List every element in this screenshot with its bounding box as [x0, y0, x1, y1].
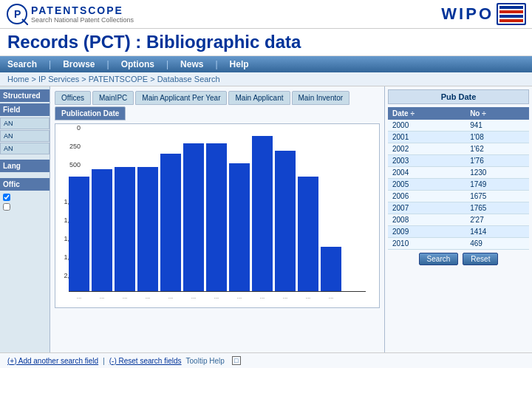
table-row[interactable]: 20051749: [388, 179, 529, 191]
table-cell-date-9: 2009: [388, 226, 466, 238]
nav-sep-1: |: [49, 59, 51, 69]
table-cell-date-6: 2006: [388, 191, 466, 202]
chart-bar-1[interactable]: [92, 169, 112, 291]
table-cell-no-0: 941: [466, 120, 529, 132]
nav-news[interactable]: News: [180, 59, 203, 69]
wipo-emblem: [497, 3, 526, 25]
svg-rect-5: [499, 6, 523, 9]
table-row[interactable]: 20061675: [388, 191, 529, 202]
add-search-field-link[interactable]: (+) Add another search field: [7, 357, 98, 365]
header: P PATENTSCOPE Search National Patent Col…: [0, 0, 532, 29]
nav-options[interactable]: Options: [121, 59, 154, 69]
main-content: Structured Field AN AN AN Lang Offic Off…: [0, 86, 532, 352]
search-national-text: Search National Patent Collections: [31, 16, 134, 24]
tab-offices[interactable]: Offices: [55, 91, 91, 105]
tooltip-checkbox[interactable]: □: [232, 356, 241, 365]
chart-x-label-8: ...: [252, 293, 273, 300]
center-panel: Offices MainIPC Main Applicant Per Year …: [50, 86, 384, 352]
chart-bar-11[interactable]: [321, 247, 341, 291]
chart-x-label-7: ...: [229, 293, 250, 300]
chart-bar-8[interactable]: [252, 136, 273, 291]
col-date: Date ÷: [388, 107, 466, 120]
chart-x-label-3: ...: [137, 293, 158, 300]
checkbox-1[interactable]: [3, 194, 47, 201]
chart-bar-4[interactable]: [160, 154, 181, 291]
tab-main-inventor[interactable]: Main Inventor: [292, 91, 350, 105]
table-row[interactable]: 20011'08: [388, 132, 529, 143]
tabs-bar: Offices MainIPC Main Applicant Per Year …: [55, 91, 380, 120]
sidebar-field[interactable]: Field: [0, 103, 50, 116]
chart-bar-3[interactable]: [137, 167, 158, 291]
chart-x-axis: ....................................: [61, 292, 373, 301]
chart-bar-7[interactable]: [229, 163, 250, 291]
logo-area: P PATENTSCOPE Search National Patent Col…: [6, 3, 134, 25]
table-cell-no-2: 1'62: [466, 143, 529, 155]
svg-rect-8: [499, 19, 523, 22]
chart-x-label-9: ...: [275, 293, 296, 300]
patentscope-icon: P: [6, 3, 28, 25]
footer: (+) Add another search field | (-) Reset…: [0, 352, 532, 368]
sidebar-office[interactable]: Offic: [0, 178, 50, 191]
tab-main-applicant-per-year[interactable]: Main Applicant Per Year: [135, 91, 227, 105]
sidebar-an-1[interactable]: AN: [0, 117, 50, 129]
chart-x-label-11: ...: [321, 293, 341, 300]
table-row[interactable]: 20021'62: [388, 143, 529, 155]
search-button[interactable]: Search: [419, 253, 459, 265]
tooltip-help-label: Tooltip Help: [186, 357, 225, 365]
chart-bar-9[interactable]: [275, 151, 296, 291]
sidebar-lang[interactable]: Lang: [0, 160, 50, 172]
tab-publication-date[interactable]: Publication Date: [55, 106, 126, 120]
chart-container: 2,000 1,750 1,500 1,250 1,000 750 500 25…: [55, 123, 380, 308]
patentscope-text: PATENTSCOPE: [31, 4, 134, 16]
sidebar-structured[interactable]: Structured: [0, 89, 50, 102]
tab-mainipc[interactable]: MainIPC: [92, 91, 134, 105]
chart-bar-5[interactable]: [183, 143, 204, 291]
chart-bars: [61, 136, 373, 291]
wipo-logo: WIPO: [441, 3, 526, 25]
table-row[interactable]: 20082'27: [388, 214, 529, 226]
table-row[interactable]: 2010469: [388, 238, 529, 250]
table-cell-date-10: 2010: [388, 238, 466, 250]
svg-rect-6: [499, 10, 523, 13]
table-row[interactable]: 20031'76: [388, 155, 529, 167]
patentscope-logo: P PATENTSCOPE Search National Patent Col…: [6, 3, 134, 25]
table-cell-no-7: 1765: [466, 202, 529, 214]
chart-bar-6[interactable]: [206, 143, 227, 291]
chart-x-label-2: ...: [115, 293, 135, 300]
table-buttons: Search Reset: [388, 253, 529, 265]
chart-x-label-10: ...: [298, 293, 318, 300]
table-cell-date-7: 2007: [388, 202, 466, 214]
table-row[interactable]: 20071765: [388, 202, 529, 214]
table-cell-no-3: 1'76: [466, 155, 529, 167]
svg-text:P: P: [14, 8, 21, 20]
footer-separator: |: [103, 357, 105, 365]
table-cell-no-10: 469: [466, 238, 529, 250]
tab-main-applicant[interactable]: Main Applicant: [228, 91, 290, 105]
table-cell-date-2: 2002: [388, 143, 466, 155]
table-row[interactable]: 20091414: [388, 226, 529, 238]
reset-button[interactable]: Reset: [463, 253, 498, 265]
checkbox-2[interactable]: [3, 203, 47, 211]
table-cell-date-3: 2003: [388, 155, 466, 167]
nav-search[interactable]: Search: [7, 59, 37, 69]
breadcrumb: Home > IP Services > PATENTSCOPE > Datab…: [0, 72, 532, 86]
table-row[interactable]: 20041230: [388, 167, 529, 179]
reset-search-fields-link[interactable]: (-) Reset search fields: [109, 357, 182, 365]
table-row[interactable]: 2000941: [388, 120, 529, 132]
sidebar-an-2[interactable]: AN: [0, 130, 50, 142]
nav-help[interactable]: Help: [230, 59, 249, 69]
sidebar-an-3[interactable]: AN: [0, 143, 50, 154]
chart-bar-0[interactable]: [69, 177, 89, 291]
chart-x-label-6: ...: [206, 293, 227, 300]
right-panel: Pub Date Date ÷ No ÷ 200094120011'082002…: [384, 86, 532, 352]
table-cell-no-5: 1749: [466, 179, 529, 191]
table-cell-date-5: 2005: [388, 179, 466, 191]
chart-bar-10[interactable]: [298, 177, 318, 291]
chart-bar-2[interactable]: [115, 167, 135, 291]
table-cell-date-1: 2001: [388, 132, 466, 143]
col-no: No ÷: [466, 107, 529, 120]
chart-x-label-1: ...: [92, 293, 112, 300]
page-title: Records (PCT) : Bibliographic data: [0, 29, 532, 56]
chart-x-label-4: ...: [160, 293, 181, 300]
nav-browse[interactable]: Browse: [63, 59, 95, 69]
